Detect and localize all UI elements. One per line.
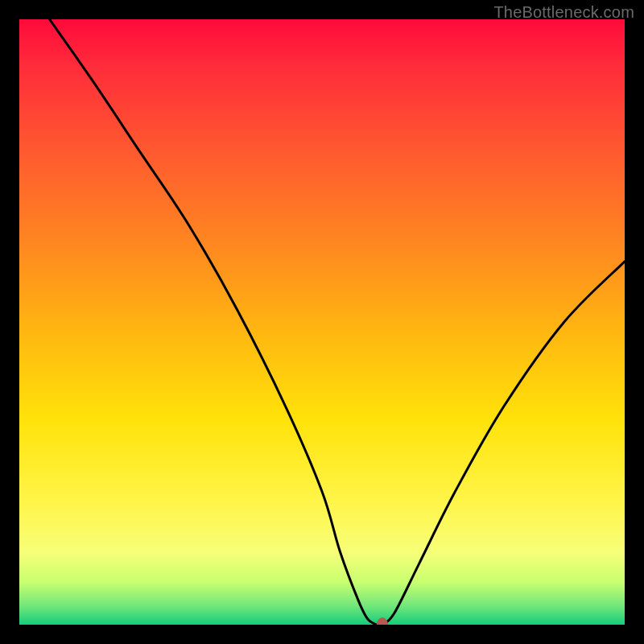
plot-area bbox=[19, 19, 625, 625]
watermark-text: TheBottleneck.com bbox=[493, 3, 634, 22]
bottleneck-curve bbox=[19, 19, 625, 625]
chart-frame: TheBottleneck.com bbox=[0, 0, 644, 644]
